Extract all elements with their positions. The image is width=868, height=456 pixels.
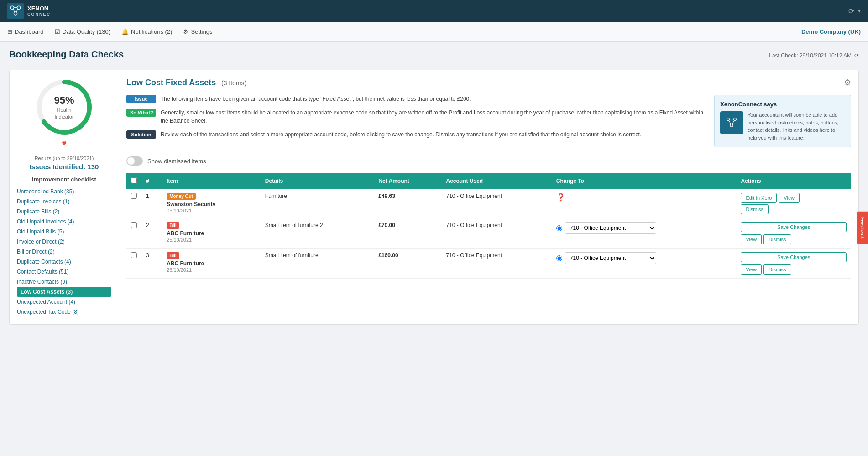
checklist-item-0[interactable]: Unreconciled Bank (35): [17, 187, 111, 197]
row-3-item: Bill ABC Furniture 26/10/2021: [162, 249, 261, 279]
panel-title: Low Cost Fixed Assets: [126, 78, 216, 87]
row-2-amount: £70.00: [374, 218, 441, 249]
row-3-num: 3: [141, 249, 162, 279]
col-details: Details: [261, 173, 374, 189]
svg-line-13: [729, 120, 731, 124]
row-2-num: 2: [141, 218, 162, 249]
xenon-box: XenonConnect says Y: [714, 95, 851, 147]
row-3-amount: £160.00: [374, 249, 441, 279]
row-3-checkbox[interactable]: [131, 252, 137, 258]
nav-dashboard[interactable]: ⊞ Dashboard: [7, 28, 44, 35]
select-all-checkbox[interactable]: [131, 177, 137, 183]
row-1-badge: Money Out: [167, 193, 196, 200]
dropdown-icon[interactable]: ▾: [858, 8, 861, 14]
row-2-checkbox[interactable]: [131, 222, 137, 228]
info-section: Issue The following items have been give…: [126, 95, 851, 147]
row-1-checkbox[interactable]: [131, 193, 137, 199]
issue-badge: Issue: [126, 95, 156, 103]
svg-rect-0: [7, 3, 24, 19]
row-2-badge: Bill: [167, 222, 179, 229]
profile-icon: ⟳: [848, 7, 854, 16]
col-item: Item: [162, 173, 261, 189]
issue-text: The following items have been given an a…: [161, 95, 471, 103]
last-check: Last Check: 29/10/2021 10:12 AM ⟳: [769, 52, 859, 59]
show-dismissed-label: Show dismissed items: [147, 158, 206, 165]
save-changes-button-2[interactable]: Save Changes: [741, 222, 847, 232]
right-sidebar-tab[interactable]: Feedback: [857, 212, 868, 244]
refresh-icon[interactable]: ⟳: [854, 52, 859, 59]
panel-settings-icon[interactable]: ⚙: [844, 78, 851, 88]
row-2-account: 710 - Office Equipment: [442, 218, 552, 249]
toggle-row: Show dismissed items: [126, 156, 851, 166]
row-1-amount: £49.63: [374, 189, 441, 218]
table-row: 2 Bill ABC Furniture 25/10/2021 Small it…: [126, 218, 851, 249]
view-button-1[interactable]: View: [779, 193, 800, 203]
bell-icon: 🔔: [121, 28, 129, 35]
dismiss-button-2[interactable]: Dismiss: [763, 234, 791, 244]
checklist-item-5[interactable]: Invoice or Direct (2): [17, 237, 111, 247]
row-3-actions: Save Changes View Dismiss: [736, 249, 851, 279]
edit-in-xero-button[interactable]: Edit in Xero: [741, 193, 777, 203]
row-2-actions: Save Changes View Dismiss: [736, 218, 851, 249]
row-3-change-to: 710 - Office Equipment: [552, 249, 737, 279]
solution-badge: Solution: [126, 130, 156, 139]
row-1-details: Furniture: [261, 189, 374, 218]
company-name[interactable]: Demo Company (UK): [801, 28, 861, 35]
checklist-item-12[interactable]: Unexpected Tax Code (8): [17, 307, 111, 317]
show-dismissed-toggle[interactable]: [126, 156, 143, 166]
nav-data-quality[interactable]: ☑ Data Quality (130): [55, 28, 111, 35]
row-1-change-to: ❓: [552, 189, 737, 218]
row-3-account: 710 - Office Equipment: [442, 249, 552, 279]
table-row: 1 Money Out Swanston Security 05/10/2021…: [126, 189, 851, 218]
row-2-select[interactable]: 710 - Office Equipment: [565, 222, 656, 234]
xenon-icon: [720, 111, 743, 134]
col-checkbox: [126, 173, 141, 189]
row-1-actions: Edit in Xero View Dismiss: [736, 189, 851, 218]
top-navigation: XENON CONNECT ⟳ ▾: [0, 0, 868, 22]
col-actions: Actions: [736, 173, 851, 189]
nav-settings[interactable]: ⚙ Settings: [183, 28, 212, 35]
help-icon[interactable]: ❓: [556, 193, 565, 201]
checklist-item-2[interactable]: Duplicate Bills (2): [17, 207, 111, 217]
checklist-title: Improvement checklist: [17, 176, 111, 183]
col-change-to: Change To: [552, 173, 737, 189]
svg-point-10: [734, 118, 737, 121]
panel-count: (3 Items): [221, 79, 246, 87]
gauge-percent: 95%: [49, 94, 79, 106]
dismiss-button-1[interactable]: Dismiss: [741, 204, 769, 214]
col-account-used: Account Used: [442, 173, 552, 189]
checklist-item-1[interactable]: Duplicate Invoices (1): [17, 197, 111, 207]
check-icon: ☑: [55, 28, 60, 35]
svg-line-14: [732, 120, 735, 124]
row-3-details: Small item of furniture: [261, 249, 374, 279]
gear-icon: ⚙: [183, 28, 188, 35]
checklist-item-9[interactable]: Inactive Contacts (9): [17, 277, 111, 287]
checklist-item-3[interactable]: Old Unpaid Invoices (4): [17, 217, 111, 227]
table-row: 3 Bill ABC Furniture 26/10/2021 Small it…: [126, 249, 851, 279]
row-2-item: Bill ABC Furniture 25/10/2021: [162, 218, 261, 249]
row-3-select[interactable]: 710 - Office Equipment: [565, 252, 656, 264]
checklist-item-4[interactable]: Old Unpaid Bills (5): [17, 227, 111, 237]
col-num: #: [141, 173, 162, 189]
row-2-radio[interactable]: [556, 225, 562, 231]
checklist-item-8[interactable]: Contact Defaults (51): [17, 267, 111, 277]
save-changes-button-3[interactable]: Save Changes: [741, 252, 847, 262]
results-date: Results (up to 29/10/2021): [17, 155, 111, 161]
view-button-3[interactable]: View: [741, 264, 762, 275]
row-3-radio[interactable]: [556, 255, 562, 261]
dismiss-button-3[interactable]: Dismiss: [763, 264, 791, 275]
col-net-amount: Net Amount: [374, 173, 441, 189]
row-1-item: Money Out Swanston Security 05/10/2021: [162, 189, 261, 218]
heart-icon: ♥: [17, 139, 111, 148]
view-button-2[interactable]: View: [741, 234, 762, 244]
row-2-details: Small item of furniture 2: [261, 218, 374, 249]
checklist-item-7[interactable]: Duplicate Contacts (4): [17, 257, 111, 267]
sidebar: 95% Health Indicator ♥ Results (up to 29…: [10, 70, 119, 324]
sub-navigation: ⊞ Dashboard ☑ Data Quality (130) 🔔 Notif…: [0, 22, 868, 42]
checklist-item-10[interactable]: Low Cost Assets (3): [17, 287, 111, 297]
svg-point-11: [730, 124, 733, 127]
solution-text: Review each of the transactions and sele…: [161, 130, 641, 139]
nav-notifications[interactable]: 🔔 Notifications (2): [121, 28, 172, 35]
checklist-item-6[interactable]: Bill or Direct (2): [17, 247, 111, 257]
checklist-item-11[interactable]: Unexpected Account (4): [17, 297, 111, 307]
